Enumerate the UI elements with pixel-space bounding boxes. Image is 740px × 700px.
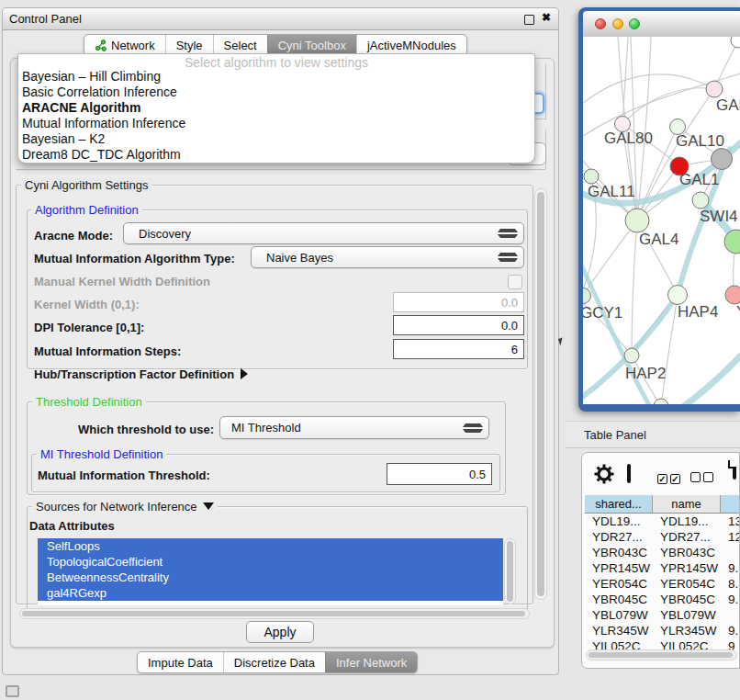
- network-node[interactable]: [583, 288, 591, 304]
- network-node[interactable]: [706, 81, 723, 97]
- table-cell[interactable]: YBR043C: [585, 545, 653, 560]
- table-cell[interactable]: 9.: [721, 560, 740, 576]
- mi-threshold-field[interactable]: 0.5: [387, 463, 492, 485]
- data-attribute-item[interactable]: gal4RGexp: [38, 585, 503, 601]
- network-node[interactable]: [584, 169, 599, 184]
- hub-section-toggle[interactable]: Hub/Transcription Factor Definition: [34, 367, 248, 381]
- data-attribute-item[interactable]: BetweennessCentrality: [38, 570, 503, 585]
- network-node[interactable]: [625, 209, 649, 232]
- table-cell[interactable]: 13: [721, 514, 740, 529]
- table-cell[interactable]: YBR045C: [653, 592, 721, 607]
- table-cell[interactable]: [721, 545, 740, 560]
- table-cell[interactable]: [721, 607, 740, 623]
- network-node[interactable]: [731, 37, 740, 48]
- network-node[interactable]: [712, 149, 733, 170]
- settings-vertical-scrollbar-thumb[interactable]: [537, 192, 544, 596]
- table-cell[interactable]: YBR045C: [585, 592, 653, 607]
- table-horizontal-scrollbar-thumb[interactable]: [589, 652, 733, 658]
- settings-horizontal-scrollbar-thumb[interactable]: [22, 611, 525, 616]
- mi-threshold-label: Mutual Information Threshold:: [38, 469, 210, 482]
- gear-icon[interactable]: [593, 463, 615, 489]
- column-header-shared[interactable]: shared...: [585, 495, 653, 514]
- network-node[interactable]: [692, 192, 709, 209]
- algorithm-dropdown-item[interactable]: Bayesian – K2: [18, 131, 534, 147]
- table-cell[interactable]: YER054C: [653, 576, 721, 592]
- table-horizontal-scrollbar[interactable]: [586, 649, 737, 660]
- table-cell[interactable]: YDL19...: [653, 514, 721, 529]
- close-traffic-light-icon[interactable]: [595, 18, 606, 29]
- table-cell[interactable]: YER054C: [585, 576, 653, 592]
- attributes-scrollbar-thumb[interactable]: [507, 541, 513, 602]
- table-panel-title: Table Panel: [584, 428, 646, 442]
- algorithm-dropdown-item[interactable]: ARACNE Algorithm: [18, 100, 534, 116]
- network-node-label: SWI4: [700, 208, 738, 225]
- sources-toggle[interactable]: Sources for Network Inference: [32, 500, 218, 514]
- algorithm-dropdown-item[interactable]: Basic Correlation Inference: [18, 85, 534, 100]
- table-cell[interactable]: YBL079W: [653, 607, 721, 623]
- column-header-name[interactable]: name: [653, 495, 721, 514]
- control-panel-window: Control Panel ✖ Network Style Select: [2, 7, 559, 675]
- table-cell[interactable]: YDL19...: [585, 514, 653, 529]
- network-node[interactable]: [654, 399, 668, 404]
- tab-jactivemnodules[interactable]: jActiveMNodules: [356, 35, 466, 55]
- column-header-partial[interactable]: [721, 495, 740, 514]
- data-attribute-item[interactable]: SelfLoops: [38, 538, 503, 554]
- table-cell[interactable]: YBR043C: [653, 545, 721, 560]
- table-cell[interactable]: 9.: [721, 623, 740, 638]
- float-window-icon[interactable]: [524, 15, 534, 25]
- tab-infer-network[interactable]: Infer Network: [325, 652, 417, 672]
- split-columns-icon[interactable]: [627, 464, 631, 483]
- network-edge: [637, 37, 651, 220]
- aracne-mode-combo[interactable]: Discovery: [123, 222, 524, 244]
- mi-algorithm-type-combo[interactable]: Naive Bayes: [251, 246, 524, 268]
- attributes-scrollbar[interactable]: [504, 538, 516, 604]
- data-attributes-list[interactable]: SelfLoopsTopologicalCoefficientBetweenne…: [38, 538, 503, 604]
- algorithm-dropdown-item[interactable]: Dream8 DC_TDC Algorithm: [18, 147, 534, 163]
- algorithm-dropdown-item[interactable]: Mutual Information Inference: [18, 116, 534, 131]
- minimize-traffic-light-icon[interactable]: [612, 18, 623, 29]
- network-node[interactable]: [668, 286, 688, 305]
- group-border-fragment: [534, 119, 546, 119]
- mi-steps-field[interactable]: 6: [393, 339, 524, 359]
- tab-impute-data[interactable]: Impute Data: [138, 652, 223, 672]
- table-cell[interactable]: 8.: [721, 576, 740, 592]
- table-cell[interactable]: YPR145W: [585, 560, 653, 576]
- data-attribute-item[interactable]: TopologicalCoefficient: [38, 554, 503, 570]
- table-cell[interactable]: YDR27...: [653, 529, 721, 545]
- table-cell[interactable]: YBL079W: [585, 607, 653, 623]
- unchecked-boxes-icon[interactable]: [690, 469, 716, 486]
- checked-boxes-icon[interactable]: ✓✓: [657, 469, 683, 486]
- apply-button[interactable]: Apply: [246, 621, 314, 643]
- settings-horizontal-scrollbar[interactable]: [19, 608, 530, 619]
- algorithm-dropdown-item[interactable]: Bayesian – Hill Climbing: [18, 69, 534, 85]
- new-file-icon[interactable]: [733, 460, 736, 480]
- settings-vertical-scrollbar[interactable]: [534, 188, 547, 600]
- manual-kernel-width-checkbox[interactable]: [508, 275, 522, 289]
- kernel-width-field[interactable]: 0.0: [393, 292, 524, 312]
- network-edge: [673, 356, 740, 404]
- tab-network[interactable]: Network: [84, 35, 165, 55]
- mi-threshold-definition-title: MI Threshold Definition: [37, 447, 166, 461]
- tab-cyni-toolbox[interactable]: Cyni Toolbox: [267, 35, 356, 55]
- table-cell[interactable]: YPR145W: [653, 560, 721, 576]
- zoom-traffic-light-icon[interactable]: [629, 18, 640, 29]
- which-threshold-combo[interactable]: MI Threshold: [219, 416, 489, 439]
- close-icon[interactable]: ✖: [542, 11, 551, 24]
- minimized-panel-icon[interactable]: [6, 685, 19, 697]
- mi-steps-value: 6: [511, 343, 518, 356]
- table-cell[interactable]: 9.: [721, 592, 740, 607]
- network-node[interactable]: [725, 286, 740, 304]
- network-canvas[interactable]: GALGAL80GAL10GAL1GAL11SWI4GAL4GCY1HAP4YH…: [583, 37, 740, 404]
- tab-discretize-data[interactable]: Discretize Data: [223, 652, 325, 672]
- tab-select[interactable]: Select: [213, 35, 267, 55]
- network-node-label: GAL4: [639, 231, 678, 248]
- dpi-tolerance-field[interactable]: 0.0: [393, 315, 524, 335]
- kernel-width-value: 0.0: [501, 296, 518, 310]
- table-cell[interactable]: YDR27...: [585, 529, 653, 545]
- table-cell[interactable]: YLR345W: [585, 623, 653, 638]
- table-cell[interactable]: YLR345W: [653, 623, 721, 638]
- network-node[interactable]: [624, 348, 639, 363]
- table-cell[interactable]: 12: [721, 529, 740, 545]
- kernel-width-label: Kernel Width (0,1):: [34, 298, 140, 311]
- tab-style[interactable]: Style: [165, 35, 213, 55]
